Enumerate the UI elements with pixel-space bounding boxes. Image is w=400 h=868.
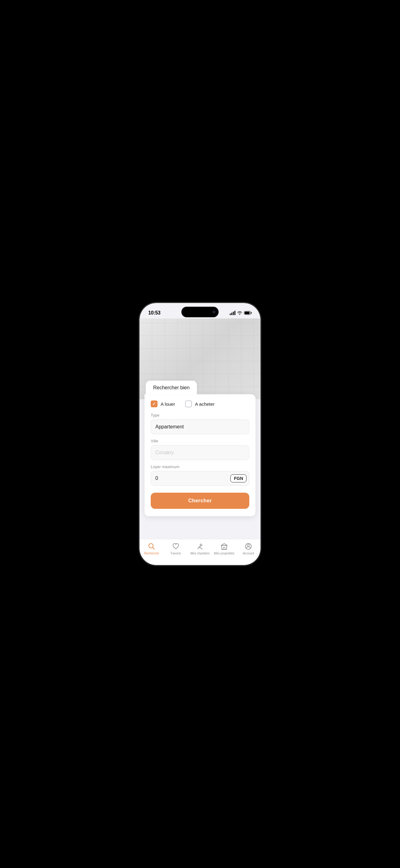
signal-icon xyxy=(230,311,235,315)
svg-rect-1 xyxy=(251,312,252,314)
phone-frame: 10:53 xyxy=(139,303,261,565)
svg-point-10 xyxy=(247,545,249,547)
search-tab-icon xyxy=(147,542,156,550)
building-icon xyxy=(220,542,228,550)
camera-dot xyxy=(212,310,215,314)
battery-icon xyxy=(244,311,252,315)
loyer-input[interactable] xyxy=(151,471,230,486)
main-content: Rechercher bien ✓ A louer A ach xyxy=(139,318,261,565)
status-time: 10:53 xyxy=(148,310,160,316)
status-icons xyxy=(230,311,252,315)
currency-badge: FGN xyxy=(230,474,246,483)
loyer-label: Loyer maximum xyxy=(151,464,249,469)
heart-icon xyxy=(172,542,180,550)
tab-mes-proprietes-label: Mes propriétés xyxy=(214,552,234,555)
svg-rect-2 xyxy=(245,312,249,314)
tab-mes-chantiers-label: Mes chantiers xyxy=(190,552,210,555)
a-acheter-checkbox[interactable] xyxy=(185,400,192,407)
svg-line-6 xyxy=(199,547,202,549)
tab-account-label: Account xyxy=(243,552,254,555)
tab-recherche[interactable]: Recherche xyxy=(139,542,164,555)
a-acheter-label: A acheter xyxy=(195,401,214,407)
tab-favoris[interactable]: Favoris xyxy=(164,542,188,555)
checkbox-row: ✓ A louer A acheter xyxy=(151,400,249,407)
tab-recherche-label: Recherche xyxy=(144,552,159,555)
phone-screen: 10:53 xyxy=(139,303,261,565)
svg-line-4 xyxy=(153,547,155,549)
ville-label: Ville xyxy=(151,439,249,443)
search-tab-label: Rechercher bien xyxy=(153,385,190,390)
loyer-field-group: Loyer maximum FGN xyxy=(151,464,249,486)
tab-favoris-label: Favoris xyxy=(171,552,181,555)
dynamic-island xyxy=(181,307,219,317)
search-button[interactable]: Chercher xyxy=(151,493,249,509)
checkmark-icon: ✓ xyxy=(152,402,156,406)
ville-field-group: Ville xyxy=(151,439,249,460)
tab-mes-chantiers[interactable]: Mes chantiers xyxy=(188,542,212,555)
a-louer-label: A louer xyxy=(161,401,175,407)
ville-input[interactable] xyxy=(151,445,249,460)
tab-bar: Recherche Favoris xyxy=(139,539,261,565)
tab-account[interactable]: Account xyxy=(236,542,261,555)
type-label: Type xyxy=(151,413,249,417)
search-panel-wrapper: Rechercher bien ✓ A louer A ach xyxy=(139,381,261,516)
svg-rect-8 xyxy=(223,547,225,550)
loyer-input-wrapper: FGN xyxy=(151,471,249,486)
account-icon xyxy=(244,542,253,550)
type-field-group: Type xyxy=(151,413,249,434)
search-tab: Rechercher bien xyxy=(146,381,197,394)
type-input[interactable] xyxy=(151,420,249,434)
wifi-icon xyxy=(237,311,242,315)
a-acheter-checkbox-item[interactable]: A acheter xyxy=(185,400,214,407)
tools-icon xyxy=(196,542,204,550)
tab-mes-proprietes[interactable]: Mes propriétés xyxy=(212,542,236,555)
search-panel: ✓ A louer A acheter Type xyxy=(144,394,256,516)
a-louer-checkbox[interactable]: ✓ xyxy=(151,400,158,407)
a-louer-checkbox-item[interactable]: ✓ A louer xyxy=(151,400,175,407)
